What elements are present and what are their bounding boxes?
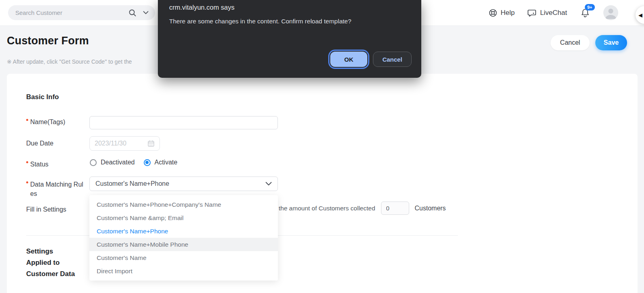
basic-info-heading: Basic Info: [26, 93, 59, 101]
due-date-label: Due Date: [26, 140, 54, 147]
search-scope-chevron-icon[interactable]: [143, 11, 149, 15]
notifications-button[interactable]: 9+: [580, 8, 590, 18]
page-title: Customer Form: [7, 35, 89, 47]
help-label: Help: [501, 9, 515, 17]
cancel-button[interactable]: Cancel: [551, 35, 590, 50]
required-dot: [26, 161, 28, 163]
fill-in-settings-label: Fill in Settings: [26, 206, 66, 213]
dropdown-option[interactable]: Customer's Name+Phone+Company's Name: [89, 198, 278, 211]
selected-value: Customer's Name+Phone: [95, 180, 265, 187]
radio-unchecked-icon: [90, 159, 97, 166]
status-radio-activate[interactable]: Activate: [144, 159, 178, 166]
search-icon[interactable]: [128, 9, 137, 17]
livechat-link[interactable]: LiveChat: [528, 8, 567, 17]
dialog-cancel-button[interactable]: Cancel: [373, 52, 412, 67]
name-tags-label: Name(Tags): [30, 118, 65, 126]
dialog-message: There are some changes in the content. C…: [169, 18, 351, 25]
settings-applied-heading: Settings Applied to Customer Data: [26, 246, 75, 280]
due-date-placeholder: 2023/11/30: [95, 140, 147, 147]
browser-confirm-dialog: crm.vitalyun.com says There are some cha…: [158, 0, 421, 78]
data-matching-rules-label: Data Matching Rules: [30, 180, 83, 198]
help-link[interactable]: Help: [489, 8, 515, 17]
save-button[interactable]: Save: [595, 35, 627, 50]
fill-settings-text: the amount of Customers collected: [279, 205, 375, 212]
name-tags-input[interactable]: [89, 116, 278, 129]
livechat-icon: [528, 8, 537, 17]
data-matching-rules-select[interactable]: Customer's Name+Phone: [89, 177, 278, 191]
chevron-down-icon: [265, 182, 272, 186]
dialog-ok-button[interactable]: OK: [330, 52, 367, 67]
status-label: Status: [30, 161, 48, 168]
customer-count-input[interactable]: [381, 202, 409, 215]
collapse-arrow-icon: ◀: [638, 12, 642, 18]
required-dot: [26, 181, 28, 183]
dropdown-option-hovered[interactable]: Customer's Name+Mobile Phone: [89, 238, 278, 251]
required-dot: [26, 119, 28, 121]
page-note: ※ After update, click "Get Source Code" …: [7, 58, 132, 65]
dropdown-option[interactable]: Direct Import: [89, 264, 278, 278]
notification-count-badge: 9+: [585, 4, 595, 10]
avatar[interactable]: [603, 5, 618, 20]
due-date-input[interactable]: 2023/11/30: [89, 136, 160, 151]
dropdown-option[interactable]: Customer's Name &amp; Email: [89, 211, 278, 224]
dropdown-option[interactable]: Customer's Name: [89, 251, 278, 264]
search-input[interactable]: [14, 9, 128, 17]
livechat-label: LiveChat: [540, 9, 567, 17]
data-matching-rules-dropdown: Customer's Name+Phone+Company's Name Cus…: [89, 195, 278, 281]
customers-unit-label: Customers: [415, 205, 446, 212]
status-radio-deactivated[interactable]: Deactivated: [90, 159, 135, 166]
radio-checked-icon: [144, 159, 151, 166]
calendar-icon: [147, 140, 155, 147]
dropdown-option-selected[interactable]: Customer's Name+Phone: [89, 224, 278, 238]
help-icon: [489, 8, 497, 17]
dialog-source-label: crm.vitalyun.com says: [169, 4, 234, 11]
search-customer-box[interactable]: [8, 5, 155, 20]
